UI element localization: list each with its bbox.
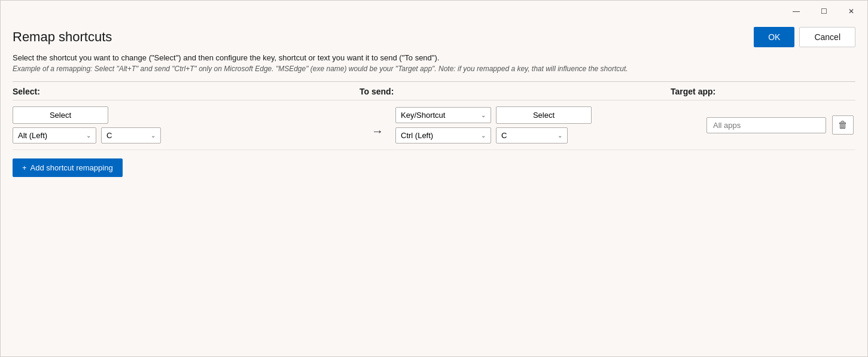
ok-button[interactable]: OK (754, 27, 794, 47)
add-section: + Add shortcut remapping (13, 150, 855, 177)
page-title: Remap shortcuts (13, 29, 112, 45)
ctrl-left-label: Ctrl (Left) (401, 131, 433, 140)
plus-icon: + (22, 163, 27, 172)
description-text: Select the shortcut you want to change (… (13, 53, 855, 62)
content-area: Remap shortcuts OK Cancel Select the sho… (1, 20, 867, 356)
select-button[interactable]: Select (13, 106, 108, 124)
target-app-section: 🗑 (706, 115, 855, 135)
type-chevron-icon: ⌄ (481, 112, 486, 118)
target-app-input[interactable] (706, 117, 826, 133)
add-shortcut-button[interactable]: + Add shortcut remapping (13, 158, 123, 177)
to-send-bottom: Ctrl (Left) ⌄ C ⌄ (395, 127, 706, 144)
delete-button[interactable]: 🗑 (832, 115, 854, 135)
c-key-label: C (106, 131, 112, 140)
col-header-to-send: To send: (360, 87, 671, 96)
c-key-chevron-icon: ⌄ (151, 132, 156, 139)
close-button[interactable]: ✕ (837, 3, 865, 20)
arrow-section: → (360, 112, 395, 138)
to-send-top: Key/Shortcut ⌄ Select (395, 106, 706, 124)
header-buttons: OK Cancel (754, 27, 855, 47)
add-shortcut-label: Add shortcut remapping (31, 163, 113, 172)
key-dropdowns: Alt (Left) ⌄ C ⌄ (13, 127, 360, 144)
maximize-button[interactable]: ☐ (810, 3, 837, 20)
example-text: Example of a remapping: Select "Alt+T" a… (13, 65, 855, 73)
col-header-target-app: Target app: (671, 87, 715, 96)
alt-left-label: Alt (Left) (18, 131, 47, 140)
columns-header: Select: To send: Target app: (13, 82, 855, 100)
type-dropdown-label: Key/Shortcut (401, 111, 445, 120)
header-row: Remap shortcuts OK Cancel (13, 27, 855, 47)
c-send-label: C (501, 131, 507, 140)
mapping-row: Select Alt (Left) ⌄ C ⌄ → (13, 100, 855, 150)
alt-left-dropdown[interactable]: Alt (Left) ⌄ (13, 127, 96, 144)
select-section: Select Alt (Left) ⌄ C ⌄ (13, 106, 360, 144)
cancel-button[interactable]: Cancel (799, 27, 855, 47)
type-dropdown[interactable]: Key/Shortcut ⌄ (395, 107, 491, 123)
main-window: — ☐ ✕ Remap shortcuts OK Cancel Select t… (0, 0, 868, 357)
title-bar: — ☐ ✕ (1, 1, 867, 20)
trash-icon: 🗑 (838, 120, 848, 130)
to-send-select-button[interactable]: Select (496, 106, 592, 124)
ctrl-left-chevron-icon: ⌄ (481, 132, 486, 139)
c-key-dropdown[interactable]: C ⌄ (101, 127, 161, 144)
c-send-dropdown[interactable]: C ⌄ (496, 127, 568, 144)
alt-left-chevron-icon: ⌄ (86, 132, 91, 139)
c-send-chevron-icon: ⌄ (558, 132, 562, 139)
col-header-select: Select: (13, 87, 360, 96)
arrow-icon: → (371, 124, 383, 138)
ctrl-left-dropdown[interactable]: Ctrl (Left) ⌄ (395, 127, 491, 144)
to-send-section: Key/Shortcut ⌄ Select Ctrl (Left) ⌄ C ⌄ (395, 106, 706, 144)
minimize-button[interactable]: — (782, 3, 810, 20)
